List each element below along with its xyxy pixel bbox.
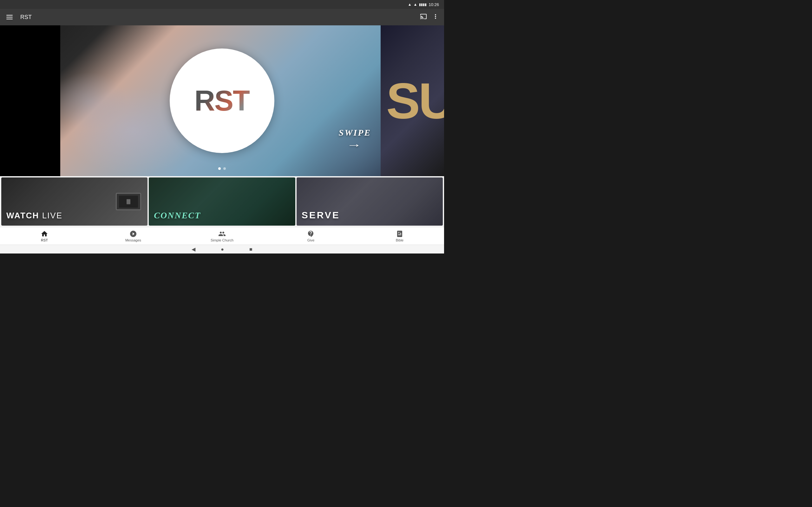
svg-rect-1 — [399, 233, 400, 234]
nav-item-give[interactable]: Give — [266, 228, 355, 244]
nav-label-rst: RST — [41, 238, 48, 242]
carousel-dot-1[interactable] — [218, 167, 221, 170]
hero-carousel[interactable]: SU RST SWIPE → — [0, 25, 444, 176]
nav-label-bible: Bible — [396, 238, 403, 242]
hamburger-line — [6, 15, 13, 15]
more-vert-icon — [432, 13, 439, 20]
serve-text: SERVE — [302, 210, 340, 220]
slide-left-panel — [0, 25, 60, 176]
rst-logo-circle: RST — [170, 49, 274, 153]
nav-item-messages[interactable]: Messages — [89, 228, 177, 244]
serve-card[interactable]: SERVE — [297, 177, 443, 226]
hamburger-line — [6, 17, 13, 17]
status-bar: ▲ ▲ ▮▮▮▮ 10:26 — [0, 0, 444, 9]
serve-label: SERVE — [302, 210, 340, 221]
connect-text: CONNECT — [154, 210, 201, 220]
swipe-indicator: SWIPE → — [339, 128, 371, 151]
recent-button[interactable]: ■ — [249, 246, 252, 252]
laptop-graphic — [116, 193, 141, 210]
watch-normal: LIVE — [42, 211, 62, 220]
wifi-icon: ▲ — [408, 2, 412, 7]
hamburger-button[interactable] — [5, 14, 14, 20]
cards-row: WATCH LIVE CONNECT SERVE — [0, 176, 444, 227]
watch-live-label: WATCH LIVE — [6, 211, 62, 221]
slide-right-hint: SU — [380, 25, 444, 176]
app-title: RST — [20, 14, 414, 20]
carousel-dots — [218, 167, 226, 170]
nav-label-messages: Messages — [125, 238, 141, 242]
signal-icon: ▲ — [414, 2, 417, 7]
watch-live-card[interactable]: WATCH LIVE — [1, 177, 148, 226]
home-button[interactable]: ● — [221, 246, 224, 252]
app-bar: RST — [0, 9, 444, 25]
give-icon — [307, 230, 315, 238]
watch-bold: WATCH — [6, 211, 39, 220]
play-circle-icon — [130, 230, 137, 238]
bible-icon — [396, 230, 403, 238]
nav-item-simple-church[interactable]: Simple Church — [177, 228, 266, 244]
carousel-dot-2[interactable] — [223, 167, 226, 170]
cast-button[interactable] — [420, 13, 427, 21]
next-slide-text: SU — [386, 75, 444, 126]
people-icon — [218, 230, 226, 238]
cast-icon — [420, 13, 427, 20]
nav-item-rst[interactable]: RST — [0, 228, 89, 244]
back-button[interactable]: ◀ — [192, 246, 195, 252]
android-nav-bar: ◀ ● ■ — [0, 245, 444, 253]
svg-rect-0 — [399, 232, 400, 233]
status-icons: ▲ ▲ ▮▮▮▮ 10:26 — [408, 2, 439, 7]
app-bar-actions — [420, 13, 439, 21]
connect-card[interactable]: CONNECT — [149, 177, 295, 226]
battery-icon: ▮▮▮▮ — [419, 3, 426, 7]
nav-label-give: Give — [307, 238, 315, 242]
nav-item-bible[interactable]: Bible — [355, 228, 444, 244]
bottom-nav: RST Messages Simple Church Give Bible — [0, 227, 444, 245]
carousel-slide-1: SU RST SWIPE → — [0, 25, 444, 176]
hamburger-line — [6, 19, 13, 19]
swipe-arrow-icon: → — [347, 139, 363, 151]
more-options-button[interactable] — [432, 13, 439, 21]
nav-label-simple-church: Simple Church — [211, 238, 234, 242]
rst-logo-text: RST — [194, 84, 250, 117]
home-icon — [41, 230, 48, 238]
status-time: 10:26 — [428, 2, 439, 7]
swipe-text: SWIPE — [339, 128, 371, 138]
connect-label: CONNECT — [154, 210, 201, 221]
